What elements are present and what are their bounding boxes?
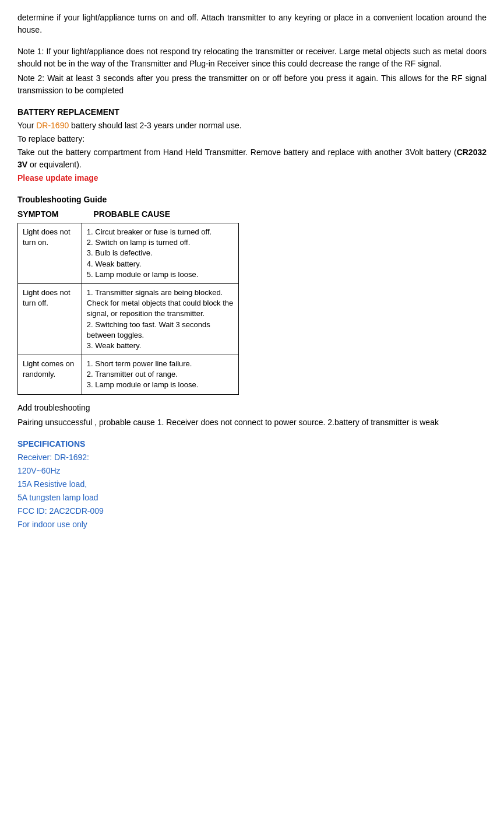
cause-cell: 1. Circut breaker or fuse is turned off.… <box>82 223 238 284</box>
spec-fcc: FCC ID: 2AC2CDR-009 <box>17 505 487 517</box>
battery-line1: Your DR-1690 battery should last 2-3 yea… <box>17 120 487 132</box>
note1-text: Note 1: If your light/appliance does not… <box>17 45 487 70</box>
symptom-cell: Light comes on randomly. <box>18 355 82 395</box>
col2-header: PROBABLE CAUSE <box>94 208 170 220</box>
table-row: Light does not turn on.1. Circut breaker… <box>18 223 239 284</box>
spec-voltage: 120V~60Hz <box>17 465 487 477</box>
specifications-section: SPECIFICATIONS Receiver: DR-1692: 120V~6… <box>17 438 487 531</box>
battery-line2: To replace battery: <box>17 133 487 145</box>
troubleshooting-title: Troubleshooting Guide <box>17 194 487 206</box>
battery-line1-suffix: battery should last 2-3 years under norm… <box>69 121 242 130</box>
battery-line1-prefix: Your <box>17 121 36 130</box>
trouble-table: Light does not turn on.1. Circut breaker… <box>17 223 239 395</box>
battery-line4: Please update image <box>17 172 487 184</box>
battery-model: DR-1690 <box>36 121 69 130</box>
cause-cell: 1. Short term power line failure.2. Tran… <box>82 355 238 395</box>
spec-heading: SPECIFICATIONS <box>17 438 487 450</box>
symptom-cell: Light does not turn on. <box>18 223 82 284</box>
battery-line3-suffix: or equivalent). <box>27 160 82 169</box>
spec-resistive: 15A Resistive load, <box>17 478 487 490</box>
intro-text: determine if your light/appliance turns … <box>17 13 487 34</box>
intro-paragraph: determine if your light/appliance turns … <box>17 12 487 36</box>
note2-text: Note 2: Wait at least 3 seconds after yo… <box>17 72 487 97</box>
troubleshooting-section: Troubleshooting Guide SYMPTOM PROBABLE C… <box>17 194 487 429</box>
battery-heading: BATTERY REPLACEMENT <box>17 106 487 118</box>
spec-tungsten: 5A tungsten lamp load <box>17 492 487 504</box>
notes-section: Note 1: If your light/appliance does not… <box>17 45 487 97</box>
table-row: Light comes on randomly.1. Short term po… <box>18 355 239 395</box>
cause-cell: 1. Transmitter signals are being blocked… <box>82 283 238 355</box>
add-troubleshooting: Add troubleshooting <box>17 402 487 414</box>
pairing-text: Pairing unsuccessful , probable cause 1.… <box>17 416 487 429</box>
battery-section: BATTERY REPLACEMENT Your DR-1690 battery… <box>17 106 487 184</box>
battery-line3-prefix: Take out the battery compartment from Ha… <box>17 148 457 157</box>
symptom-header: SYMPTOM PROBABLE CAUSE <box>17 208 487 220</box>
symptom-cell: Light does not turn off. <box>18 283 82 355</box>
battery-line3: Take out the battery compartment from Ha… <box>17 146 487 171</box>
col1-header: SYMPTOM <box>17 208 59 220</box>
spec-indoor: For indoor use only <box>17 518 487 531</box>
table-row: Light does not turn off.1. Transmitter s… <box>18 283 239 355</box>
spec-receiver: Receiver: DR-1692: <box>17 451 487 464</box>
